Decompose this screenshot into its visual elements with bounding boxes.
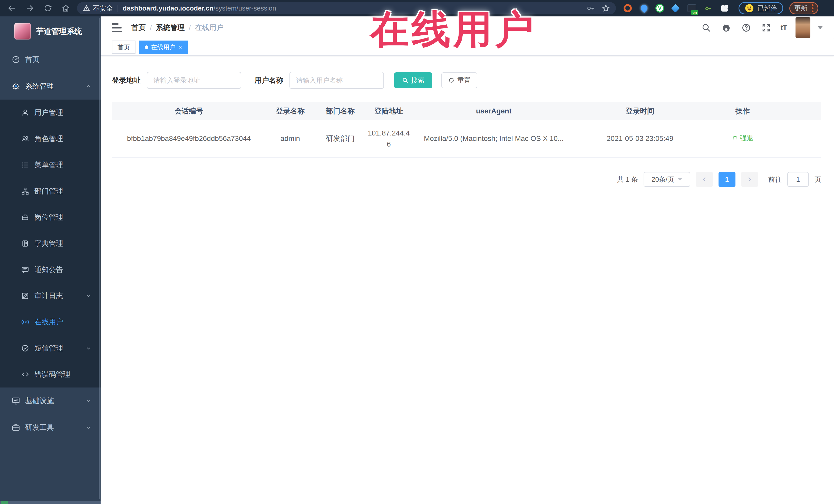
force-logout-button[interactable]: 强退 (732, 133, 753, 143)
table-row: bfbb1ab79ba849e49fb26ddb56a73044 admin 研… (112, 120, 821, 158)
sidebar-item-label: 角色管理 (35, 134, 63, 144)
browser-reload-icon[interactable] (43, 3, 53, 13)
breadcrumb-home[interactable]: 首页 (131, 23, 146, 32)
address-bar[interactable]: 不安全 dashboard.yudao.iocoder.cn /system/u… (77, 2, 616, 14)
sidebar: 芋道管理系统 首页 系统管理 用户管理 角色管理 (0, 17, 101, 504)
sidebar-item-label: 通知公告 (35, 265, 63, 275)
shield-check-icon (21, 344, 30, 353)
sidebar-item-online-users[interactable]: 在线用户 (0, 309, 101, 335)
tag-home[interactable]: 首页 (112, 41, 135, 54)
sidebar-item-audit-log[interactable]: 审计日志 (0, 283, 101, 309)
username-label: 用户名称 (255, 75, 283, 85)
reset-refresh-icon (448, 77, 455, 84)
profile-paused-badge[interactable]: 已暂停 (739, 2, 783, 14)
update-label: 更新 (794, 4, 808, 13)
filter-bar: 登录地址 用户名称 搜索 重置 (112, 72, 821, 89)
sidebar-item-label: 用户管理 (35, 108, 63, 117)
extension-location-pin-icon[interactable] (639, 3, 649, 13)
paused-label: 已暂停 (757, 4, 777, 13)
sidebar-item-user-management[interactable]: 用户管理 (0, 100, 101, 126)
sidebar-item-post-management[interactable]: 岗位管理 (0, 204, 101, 231)
app-title: 芋道管理系统 (36, 26, 82, 37)
sidebar-item-home[interactable]: 首页 (0, 46, 101, 73)
sidebar-item-system-management[interactable]: 系统管理 (0, 73, 101, 100)
breadcrumb-current: 在线用户 (195, 23, 224, 32)
username-input[interactable] (289, 72, 384, 89)
announcement-icon (21, 265, 30, 274)
total-count: 共 1 条 (617, 175, 638, 184)
not-secure-warning-icon (83, 4, 90, 12)
tag-online-users[interactable]: 在线用户 × (139, 41, 188, 54)
extension-green-key-icon[interactable] (703, 3, 714, 13)
font-size-icon[interactable]: tT (781, 23, 787, 32)
extension-puzzle-icon[interactable] (720, 3, 730, 13)
breadcrumb-system[interactable]: 系统管理 (156, 23, 185, 32)
cell-session-id: bfbb1ab79ba849e49fb26ddb56a73044 (112, 133, 266, 144)
help-icon[interactable] (741, 22, 752, 34)
password-key-icon[interactable] (586, 4, 595, 13)
sidebar-item-label: 菜单管理 (35, 160, 63, 170)
toolbox-icon (11, 423, 21, 432)
sidebar-item-label: 岗位管理 (35, 213, 63, 222)
prev-page-button[interactable] (696, 172, 713, 187)
sidebar-item-dict-management[interactable]: 字典管理 (0, 231, 101, 257)
page-content: 登录地址 用户名称 搜索 重置 会话编号 登录名称 部门名称 登陆地址 user… (101, 56, 834, 187)
sidebar-item-label: 首页 (25, 54, 40, 64)
extension-blue-gem-icon[interactable] (670, 3, 681, 13)
sidebar-item-department-management[interactable]: 部门管理 (0, 178, 101, 204)
browser-update-button[interactable]: 更新 (789, 2, 818, 14)
sidebar-item-label: 部门管理 (35, 186, 63, 196)
sidebar-item-dev-tools[interactable]: 研发工具 (0, 414, 101, 441)
page-size-select[interactable]: 20条/页 (643, 172, 690, 187)
next-page-button[interactable] (741, 172, 758, 187)
main-area: 首页 / 系统管理 / 在线用户 tT 首页 (101, 17, 834, 504)
book-icon (21, 239, 30, 248)
bottom-scrollbar-thumb[interactable] (1, 501, 8, 504)
page-number-button[interactable]: 1 (719, 172, 736, 187)
select-caret-icon (678, 178, 682, 181)
goto-page-input[interactable] (787, 172, 809, 187)
search-button[interactable]: 搜索 (394, 72, 432, 88)
trash-icon (732, 135, 738, 141)
avatar-caret-icon[interactable] (817, 26, 823, 29)
sidebar-item-menu-management[interactable]: 菜单管理 (0, 152, 101, 178)
url-host[interactable]: dashboard.yudao.iocoder.cn (123, 4, 214, 12)
browser-forward-icon[interactable] (25, 3, 35, 13)
pagination: 共 1 条 20条/页 1 前往 页 (112, 172, 821, 187)
active-dot (145, 45, 148, 49)
app-logo (14, 23, 31, 40)
browser-home-icon[interactable] (61, 3, 71, 13)
security-label[interactable]: 不安全 (93, 4, 113, 13)
sidebar-item-infrastructure[interactable]: 基础设施 (0, 388, 101, 414)
sidebar-scrollbar[interactable] (99, 18, 100, 499)
tag-close-icon[interactable]: × (179, 44, 182, 50)
reset-button[interactable]: 重置 (441, 72, 477, 88)
bottom-scrollbar-track[interactable] (0, 501, 101, 504)
cell-dept: 研发部门 (314, 133, 366, 144)
extension-v-badge-icon[interactable]: V (655, 4, 664, 13)
cell-login-address: 101.87.244.46 (366, 128, 412, 150)
fullscreen-icon[interactable] (761, 22, 772, 34)
sessions-table: 会话编号 登录名称 部门名称 登陆地址 userAgent 登录时间 操作 bf… (112, 102, 821, 158)
cell-login-time: 2021-05-03 23:05:49 (576, 133, 704, 144)
sidebar-item-error-code[interactable]: 错误码管理 (0, 361, 101, 388)
app-logo-row[interactable]: 芋道管理系统 (0, 17, 101, 46)
sidebar-item-label: 审计日志 (35, 291, 63, 301)
github-icon[interactable] (721, 22, 732, 34)
sidebar-collapse-icon[interactable] (112, 23, 122, 32)
sidebar-item-notice[interactable]: 通知公告 (0, 257, 101, 283)
sidebar-item-sms-management[interactable]: 短信管理 (0, 335, 101, 361)
search-icon[interactable] (701, 22, 712, 34)
extension-orange-ring-icon[interactable] (622, 3, 633, 13)
sidebar-item-role-management[interactable]: 角色管理 (0, 126, 101, 152)
bookmark-star-icon[interactable] (601, 4, 610, 13)
browser-menu-kebab-icon[interactable] (812, 4, 813, 12)
url-path[interactable]: /system/user-session (214, 4, 276, 12)
extension-translate-icon[interactable]: en (687, 3, 697, 13)
monitor-chart-icon (11, 396, 21, 406)
org-tree-icon (21, 187, 30, 196)
app-header: 首页 / 系统管理 / 在线用户 tT (101, 17, 834, 39)
login-address-input[interactable] (147, 72, 241, 89)
user-avatar[interactable] (795, 17, 810, 38)
browser-back-icon[interactable] (7, 3, 17, 13)
